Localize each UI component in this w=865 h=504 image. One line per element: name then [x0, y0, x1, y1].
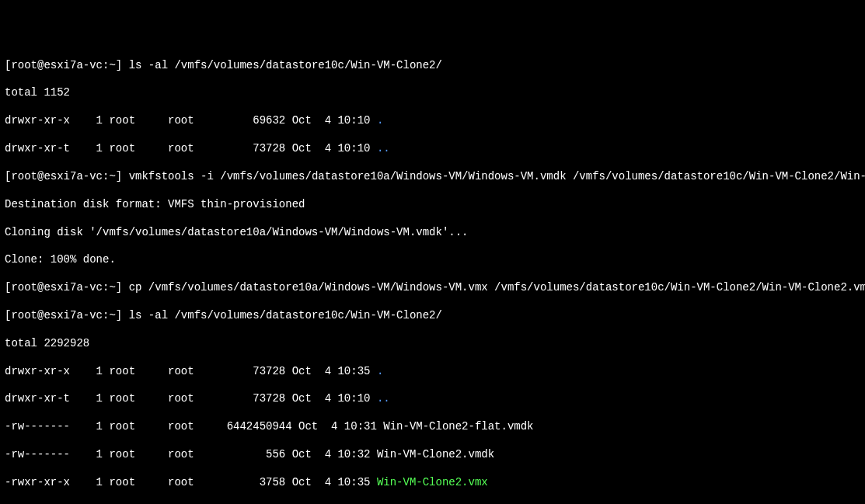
- terminal-line: [root@esxi7a-vc:~] vmkfstools -i /vmfs/v…: [5, 170, 860, 184]
- dir-dot: .: [377, 114, 383, 127]
- terminal-line: [root@esxi7a-vc:~] ls -al /vmfs/volumes/…: [5, 309, 860, 323]
- prompt: [root@esxi7a-vc:~]: [5, 281, 129, 294]
- output-line: drwxr-xr-t 1 root root 73728 Oct 4 10:10…: [5, 142, 860, 156]
- terminal-line: [root@esxi7a-vc:~] ls -al /vmfs/volumes/…: [5, 59, 860, 73]
- output-line: total 1152: [5, 86, 860, 100]
- dir-dotdot: ..: [377, 142, 390, 155]
- exec-file: Win-VM-Clone2.vmx: [377, 476, 488, 488]
- output-line: -rwxr-xr-x 1 root root 3758 Oct 4 10:35 …: [5, 476, 860, 490]
- command-text: ls -al /vmfs/volumes/datastore10c/Win-VM…: [129, 59, 442, 71]
- output-line: drwxr-xr-t 1 root root 73728 Oct 4 10:10…: [5, 392, 860, 406]
- prompt: [root@esxi7a-vc:~]: [5, 59, 129, 71]
- output-line: Cloning disk '/vmfs/volumes/datastore10a…: [5, 226, 860, 240]
- output-line: drwxr-xr-x 1 root root 73728 Oct 4 10:35…: [5, 365, 860, 379]
- output-line: Clone: 100% done.: [5, 253, 860, 267]
- prompt: [root@esxi7a-vc:~]: [5, 170, 129, 182]
- output-line: -rw------- 1 root root 6442450944 Oct 4 …: [5, 420, 860, 434]
- dir-dot: .: [377, 365, 383, 377]
- prompt: [root@esxi7a-vc:~]: [5, 309, 129, 322]
- command-text: cp /vmfs/volumes/datastore10a/Windows-VM…: [129, 281, 865, 294]
- output-line: -rw------- 1 root root 556 Oct 4 10:32 W…: [5, 448, 860, 462]
- command-text: ls -al /vmfs/volumes/datastore10c/Win-VM…: [129, 309, 442, 322]
- output-line: Destination disk format: VMFS thin-provi…: [5, 198, 860, 212]
- output-line: total 2292928: [5, 337, 860, 351]
- command-text: vmkfstools -i /vmfs/volumes/datastore10a…: [129, 170, 865, 182]
- output-line: drwxr-xr-x 1 root root 69632 Oct 4 10:10…: [5, 114, 860, 128]
- terminal-line: [root@esxi7a-vc:~] cp /vmfs/volumes/data…: [5, 281, 860, 295]
- dir-dotdot: ..: [377, 392, 390, 405]
